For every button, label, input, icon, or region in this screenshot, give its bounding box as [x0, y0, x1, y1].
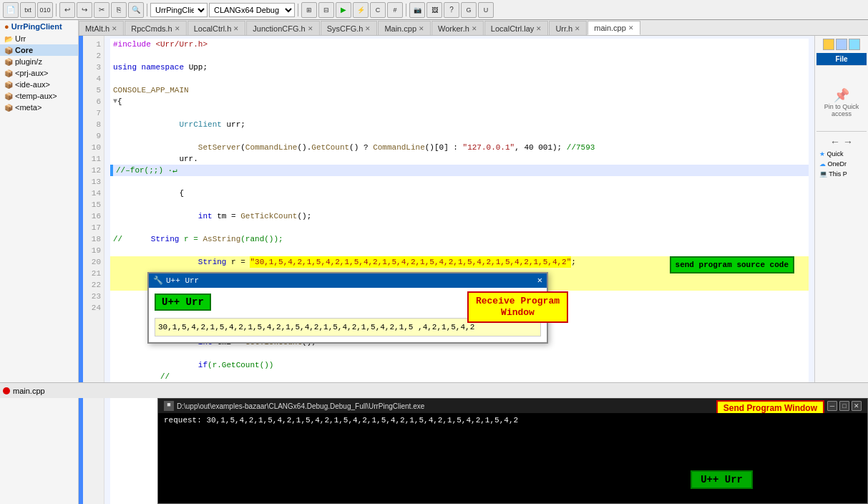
- tab-localctrlh[interactable]: LocalCtrl.h ✕: [187, 21, 246, 35]
- tab-close-rpccmdsh[interactable]: ✕: [175, 25, 180, 32]
- tab-close-localctrlh[interactable]: ✕: [233, 25, 239, 32]
- pin-label: Pin to Quickaccess: [824, 103, 859, 117]
- right-panel-quick[interactable]: ★ Quick: [816, 149, 867, 159]
- console-titlebar-left: ■ D:\upp\out\examples-bazaar\CLANGx64.De…: [164, 401, 424, 411]
- code-urrclient-type: UrrClient: [179, 119, 221, 130]
- tab-maincpp2[interactable]: main.cpp ✕: [587, 21, 640, 35]
- tab-localctrlay[interactable]: LocalCtrl.lay ✕: [484, 21, 549, 35]
- file-btn[interactable]: File: [816, 53, 867, 66]
- tab-close-workerh[interactable]: ✕: [472, 25, 477, 32]
- sidebar-item-meta[interactable]: 📦 <meta>: [0, 102, 78, 113]
- code-string-kw: String: [151, 233, 180, 245]
- toolbar-run-btn[interactable]: ▶: [336, 2, 351, 18]
- code-comment-slash: //: [113, 233, 151, 245]
- tab-label-mtalth: MtAlt.h: [85, 24, 109, 33]
- sidebar-item-pluginz[interactable]: 📦 plugin/z: [0, 56, 78, 67]
- sidebar-item-tempaux[interactable]: 📦 <temp-aux>: [0, 90, 78, 102]
- tab-rpccmdsh[interactable]: RpcCmds.h ✕: [125, 21, 186, 35]
- fold-marker-1[interactable]: ▼: [113, 96, 117, 107]
- thispc-icon: 💻: [819, 170, 827, 178]
- tab-close-syscfgh[interactable]: ✕: [365, 25, 371, 32]
- toolbar-cam1-btn[interactable]: 📷: [409, 2, 425, 18]
- toolbar-undo-btn[interactable]: ↩: [59, 2, 75, 18]
- toolbar-help-btn[interactable]: ?: [444, 2, 459, 18]
- code-upp: Upp;: [189, 62, 208, 73]
- onedrive-icon: ☁: [819, 160, 826, 168]
- toolbar-cam2-btn[interactable]: 🖼: [426, 2, 442, 18]
- popup-window: 🔧 U++ Urr ✕ U++ Urr 30,1,5,4,2,1,5,4,2,1…: [147, 272, 548, 344]
- tab-close-maincpp[interactable]: ✕: [419, 25, 424, 32]
- tab-label-rpccmdsh: RpcCmds.h: [131, 24, 172, 33]
- sidebar-item-core[interactable]: 📦 Core: [0, 44, 78, 56]
- send-program-annotation: send program source code: [670, 256, 794, 273]
- popup-close-btn[interactable]: ✕: [537, 275, 542, 286]
- toolbar-debug-btn[interactable]: C: [370, 2, 386, 18]
- console-window-controls: ─ □ ✕: [827, 401, 862, 411]
- toolbar-file-btn[interactable]: 📄: [3, 2, 19, 18]
- code-line-comment-asstring: // String r = AsString(rand());: [110, 233, 809, 256]
- sidebar-item-prjaux[interactable]: 📦 <prj-aux>: [0, 67, 78, 79]
- tab-label-urrh: Urr.h: [555, 24, 572, 33]
- toolbar-project-select[interactable]: UrrPingClient: [150, 3, 208, 17]
- console-maximize-btn[interactable]: □: [839, 401, 849, 411]
- tab-close-urrh[interactable]: ✕: [575, 25, 580, 32]
- sidebar-project-header[interactable]: ● UrrPingClient: [0, 20, 78, 33]
- toolbar-find-btn[interactable]: 🔍: [128, 2, 144, 18]
- right-panel-onedrive[interactable]: ☁ OneDr: [816, 159, 867, 169]
- console-close-btn[interactable]: ✕: [852, 401, 862, 411]
- pin-to-quick-access-btn[interactable]: 📌 Pin to Quickaccess: [824, 87, 859, 117]
- toolbar-g-btn[interactable]: G: [461, 2, 477, 18]
- sidebar-item-ideaux[interactable]: 📦 <ide-aux>: [0, 79, 78, 90]
- toolbar-screenshot2-btn[interactable]: ⊟: [318, 2, 334, 18]
- tab-workerh[interactable]: Worker.h ✕: [431, 21, 484, 35]
- tab-label-localctrlay: LocalCtrl.lay: [491, 24, 535, 33]
- tab-maincpp[interactable]: Main.cpp ✕: [378, 21, 431, 35]
- code-line-comment-if: // if(r.GetCount()): [110, 359, 809, 382]
- code-line-for: //–for(;;) ·↵: [110, 165, 809, 176]
- folder-icon-prjaux: 📦: [4, 69, 13, 77]
- toolbar-config-select[interactable]: CLANGx64 Debug: [209, 3, 295, 17]
- code-setserver-fn: SetServer: [198, 142, 240, 153]
- onedrive-label: OneDr: [828, 160, 847, 168]
- tab-close-mtalth[interactable]: ✕: [112, 25, 117, 32]
- tab-label-syscfgh: SysCFG.h: [327, 24, 364, 33]
- code-line-brace1: ▼{: [110, 96, 809, 119]
- nav-forward-icon: →: [843, 136, 853, 147]
- right-panel-nav-left-btn[interactable]: ← →: [830, 136, 853, 147]
- toolbar-u-btn[interactable]: U: [478, 2, 494, 18]
- toolbar-txt-btn[interactable]: txt: [20, 2, 36, 18]
- toolbar-step-btn[interactable]: ⚡: [353, 2, 369, 18]
- toolbar-copy-btn[interactable]: ⎘: [111, 2, 127, 18]
- toolbar-cut-btn[interactable]: ✂: [94, 2, 109, 18]
- toolbar-sep3: [298, 4, 298, 16]
- code-line-main-macro: CONSOLE_APP_MAIN: [110, 84, 809, 96]
- console-minimize-btn[interactable]: ─: [827, 401, 837, 411]
- popup-titlebar: 🔧 U++ Urr ✕: [149, 273, 547, 288]
- code-include-path: <Urr/Urr.h>: [155, 39, 208, 50]
- tab-close-junctioncfgh[interactable]: ✕: [308, 25, 313, 32]
- tab-syscfgh[interactable]: SysCFG.h ✕: [321, 21, 378, 35]
- console-titlebar: ■ D:\upp\out\examples-bazaar\CLANGx64.De…: [158, 399, 867, 413]
- tab-mtalth[interactable]: MtAlt.h ✕: [79, 21, 124, 35]
- right-panel-thispc[interactable]: 💻 This P: [816, 169, 867, 179]
- tab-close-maincpp2[interactable]: ✕: [628, 24, 634, 32]
- sidebar-item-urr[interactable]: 📂 Urr: [0, 33, 78, 44]
- sidebar-project-name: UrrPingClient: [11, 22, 62, 31]
- folder-icon-tempaux: 📦: [4, 92, 13, 100]
- toolbar-010-btn[interactable]: 010: [37, 2, 53, 18]
- tab-label-maincpp: Main.cpp: [384, 24, 416, 33]
- folder-yellow-icon: [823, 39, 834, 50]
- code-line-blank1: [110, 50, 809, 62]
- console-body[interactable]: request: 30,1,5,4,2,1,5,4,2,1,5,4,2,1,5,…: [158, 413, 867, 500]
- console-green-label: U++ Urr: [691, 470, 753, 489]
- tab-junctioncfgh[interactable]: JunctionCFG.h ✕: [246, 21, 319, 35]
- folder-cyan-icon: [849, 39, 860, 50]
- tab-urrh[interactable]: Urr.h ✕: [549, 21, 587, 35]
- toolbar-hash-btn[interactable]: #: [387, 2, 403, 18]
- toolbar-redo-btn[interactable]: ↪: [77, 2, 92, 18]
- tab-close-localctrlay[interactable]: ✕: [536, 25, 542, 32]
- console-icon: ■: [164, 401, 174, 411]
- bottom-tab-label[interactable]: main.cpp: [13, 387, 45, 395]
- nav-back-icon: ←: [830, 136, 840, 147]
- toolbar-screenshot1-btn[interactable]: ⊞: [301, 2, 317, 18]
